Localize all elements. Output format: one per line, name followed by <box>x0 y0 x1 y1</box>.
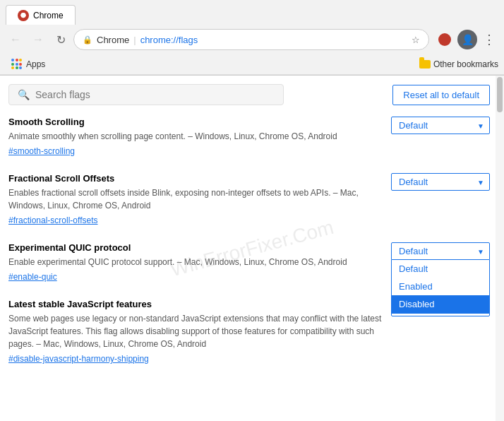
extension-button[interactable] <box>435 30 455 49</box>
reload-icon: ↻ <box>56 33 66 47</box>
flag-select-fractional-scroll-offsets[interactable]: DefaultEnabledDisabled <box>391 173 490 191</box>
flag-control-smooth-scrolling[interactable]: DefaultEnabledDisabled ▼ <box>391 117 490 134</box>
flag-control-fractional-scroll-offsets[interactable]: DefaultEnabledDisabled ▼ <box>391 173 490 191</box>
flag-text-fractional-scroll-offsets: Fractional Scroll Offsets Enables fracti… <box>8 173 383 225</box>
other-bookmarks[interactable]: Other bookmarks <box>419 59 498 69</box>
other-bookmarks-label: Other bookmarks <box>433 59 498 69</box>
flag-row: Smooth Scrolling Animate smoothly when s… <box>8 117 490 156</box>
url-separator: | <box>133 35 136 45</box>
apps-bookmark[interactable]: Apps <box>6 57 51 71</box>
extension-icon <box>438 33 451 46</box>
profile-icon: 👤 <box>462 34 474 45</box>
flag-desc-disable-javascript-harmony-shipping: Some web pages use legacy or non-standar… <box>8 312 383 350</box>
flag-text-smooth-scrolling: Smooth Scrolling Animate smoothly when s… <box>8 117 383 156</box>
flag-link-enable-quic[interactable]: #enable-quic <box>8 272 57 282</box>
flag-title-smooth-scrolling: Smooth Scrolling <box>8 117 383 127</box>
search-icon: 🔍 <box>18 89 30 100</box>
flag-item-smooth-scrolling: Smooth Scrolling Animate smoothly when s… <box>8 117 490 156</box>
apps-label: Apps <box>26 59 45 69</box>
flag-text-enable-quic: Experimental QUIC protocol Enable experi… <box>8 242 383 282</box>
more-menu-button[interactable]: ⋮ <box>480 30 498 49</box>
url-text: chrome://flags <box>140 35 198 45</box>
lock-icon: 🔒 <box>83 35 92 45</box>
flag-row: Experimental QUIC protocol Enable experi… <box>8 242 490 282</box>
back-icon: ← <box>10 33 21 46</box>
flag-item-fractional-scroll-offsets: Fractional Scroll Offsets Enables fracti… <box>8 173 490 225</box>
flag-select-smooth-scrolling[interactable]: DefaultEnabledDisabled <box>391 117 490 134</box>
site-name: Chrome <box>97 35 129 45</box>
forward-icon: → <box>32 33 44 46</box>
flag-select-enable-quic[interactable]: DefaultEnabledDisabled <box>391 242 490 260</box>
dropdown-menu-enable-quic: DefaultEnabledDisabled <box>391 260 490 314</box>
flag-item-enable-quic: Experimental QUIC protocol Enable experi… <box>8 242 490 282</box>
flag-desc-enable-quic: Enable experimental QUIC protocol suppor… <box>8 256 383 268</box>
profile-button[interactable]: 👤 <box>457 30 477 49</box>
address-bar[interactable]: 🔒 Chrome | chrome://flags ☆ <box>73 29 429 50</box>
dropdown-option[interactable]: Enabled <box>392 278 489 295</box>
flag-title-disable-javascript-harmony-shipping: Latest stable JavaScript features <box>8 299 383 309</box>
flag-control-enable-quic[interactable]: DefaultEnabledDisabled ▼ DefaultEnabledD… <box>391 242 490 260</box>
flag-link-smooth-scrolling[interactable]: #smooth-scrolling <box>8 146 75 156</box>
dropdown-option[interactable]: Disabled <box>392 295 489 313</box>
flags-search-bar: 🔍 Reset all to default <box>8 84 490 105</box>
flag-desc-smooth-scrolling: Animate smoothly when scrolling page con… <box>8 130 383 143</box>
flag-link-fractional-scroll-offsets[interactable]: #fractional-scroll-offsets <box>8 215 98 225</box>
bookmarks-bar: Apps Other bookmarks <box>0 54 504 75</box>
scrollbar[interactable] <box>496 76 504 421</box>
reload-button[interactable]: ↻ <box>51 30 71 49</box>
flag-text-disable-javascript-harmony-shipping: Latest stable JavaScript features Some w… <box>8 299 383 364</box>
flag-title-enable-quic: Experimental QUIC protocol <box>8 242 383 253</box>
browser-tab[interactable]: Chrome <box>6 5 76 25</box>
flag-link-disable-javascript-harmony-shipping[interactable]: #disable-javascript-harmony-shipping <box>8 354 149 364</box>
tab-favicon <box>18 10 29 21</box>
apps-grid-icon <box>11 59 22 69</box>
flag-title-fractional-scroll-offsets: Fractional Scroll Offsets <box>8 173 383 184</box>
folder-icon <box>419 60 431 69</box>
tab-label: Chrome <box>33 11 64 20</box>
reset-all-button[interactable]: Reset all to default <box>392 85 490 105</box>
forward-button[interactable]: → <box>28 30 48 49</box>
search-input[interactable] <box>35 89 275 100</box>
bookmark-star-icon[interactable]: ☆ <box>412 35 420 45</box>
flags-list: Smooth Scrolling Animate smoothly when s… <box>8 117 490 364</box>
back-button[interactable]: ← <box>6 30 25 49</box>
more-icon: ⋮ <box>483 32 496 47</box>
flag-row: Fractional Scroll Offsets Enables fracti… <box>8 173 490 225</box>
search-box[interactable]: 🔍 <box>8 84 284 105</box>
dropdown-option[interactable]: Default <box>392 260 489 278</box>
page-content: 🔍 Reset all to default Smooth Scrolling … <box>0 76 504 421</box>
scrollbar-thumb[interactable] <box>497 77 503 112</box>
flag-desc-fractional-scroll-offsets: Enables fractional scroll offsets inside… <box>8 186 383 212</box>
